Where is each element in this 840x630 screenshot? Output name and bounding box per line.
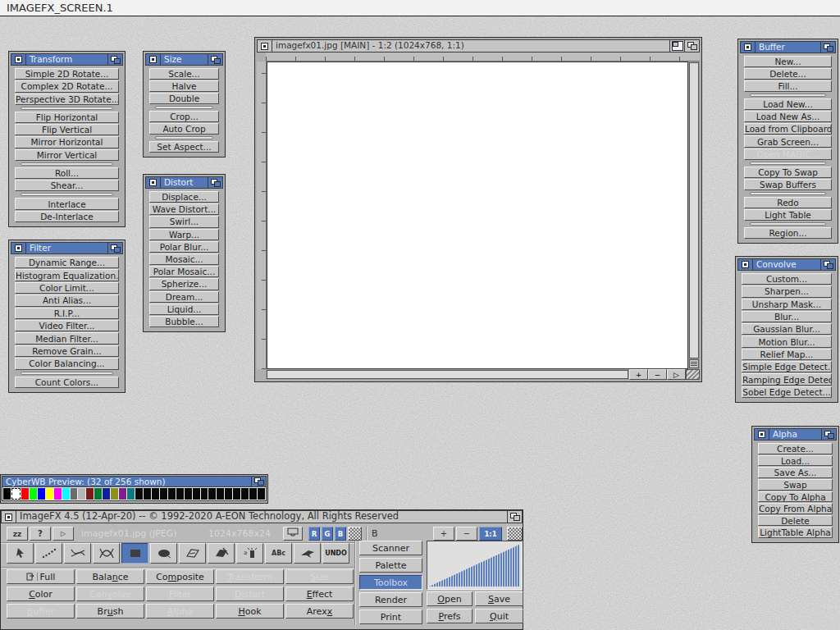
rip-button[interactable]: R.I.P... bbox=[15, 308, 119, 319]
palette-swatch[interactable] bbox=[152, 488, 159, 500]
count-colors-button[interactable]: Count Colors... bbox=[15, 377, 119, 388]
depth-icon[interactable] bbox=[507, 511, 522, 523]
color-limit-button[interactable]: Color Limit... bbox=[15, 282, 119, 294]
wave-distort-button[interactable]: Wave Distort... bbox=[149, 203, 219, 215]
dither-icon[interactable] bbox=[348, 527, 362, 541]
palette-swatch[interactable] bbox=[111, 488, 118, 500]
close-icon[interactable] bbox=[11, 243, 26, 253]
depth-icon[interactable] bbox=[821, 429, 836, 440]
depth-icon[interactable] bbox=[107, 54, 122, 65]
palette-swatch[interactable] bbox=[38, 488, 45, 500]
vertical-scroll-thumb[interactable] bbox=[689, 62, 699, 358]
motion-blur-button[interactable]: Motion Blur... bbox=[742, 336, 832, 347]
simple-2d-rotate-button[interactable]: Simple 2D Rotate... bbox=[15, 68, 119, 80]
depth-icon[interactable] bbox=[107, 243, 122, 253]
palette-swatch[interactable] bbox=[201, 488, 208, 500]
depth-icon[interactable] bbox=[208, 177, 222, 188]
light-table-button[interactable]: Light Table bbox=[744, 209, 832, 221]
color-balancing-button[interactable]: Color Balancing... bbox=[15, 358, 119, 369]
load-alpha-button[interactable]: Load... bbox=[758, 455, 833, 467]
palette-swatch[interactable] bbox=[21, 488, 29, 500]
ramping-edge-detect-button[interactable]: Ramping Edge Detect bbox=[742, 373, 832, 385]
sharpen-button[interactable]: Sharpen... bbox=[742, 285, 832, 297]
relief-map-button[interactable]: Relief Map... bbox=[742, 349, 832, 360]
close-icon[interactable] bbox=[146, 177, 161, 188]
depth-icon[interactable] bbox=[820, 42, 835, 52]
shear-button[interactable]: Shear... bbox=[15, 180, 119, 191]
pan-button[interactable]: ▷ bbox=[667, 369, 686, 380]
palette-swatch[interactable] bbox=[160, 488, 167, 500]
mirror-vertical-button[interactable]: Mirror Vertical bbox=[15, 149, 119, 161]
open-button[interactable]: Open bbox=[427, 591, 472, 606]
halve-button[interactable]: Halve bbox=[149, 80, 219, 92]
quit-button[interactable]: Quit bbox=[475, 609, 523, 623]
balance-button[interactable]: Balance bbox=[76, 569, 144, 584]
depth-icon[interactable] bbox=[208, 54, 222, 65]
iconify-button[interactable]: zz bbox=[7, 527, 28, 541]
zoom-in-button[interactable]: + bbox=[629, 369, 648, 380]
prefs-button[interactable]: Prefs bbox=[427, 609, 472, 623]
palette-swatch[interactable] bbox=[86, 488, 94, 500]
palette-titlebar[interactable]: CyberWB Preview: (32 of 256 shown) bbox=[2, 476, 267, 487]
horizontal-scrollbar[interactable] bbox=[266, 369, 629, 380]
create-alpha-button[interactable]: Create... bbox=[758, 443, 833, 454]
palette-swatch[interactable] bbox=[54, 488, 62, 500]
arexx-button[interactable]: Arexx bbox=[285, 604, 354, 619]
vertical-scrollbar[interactable] bbox=[688, 62, 700, 369]
delete-alpha-button[interactable]: Delete bbox=[758, 515, 833, 527]
palette-swatch[interactable] bbox=[78, 488, 85, 500]
effect-button[interactable]: Effect bbox=[285, 587, 354, 601]
palette-swatch[interactable] bbox=[94, 488, 102, 500]
palette-swatch[interactable] bbox=[217, 488, 224, 500]
copy-to-swap-button[interactable]: Copy To Swap bbox=[744, 167, 832, 178]
dynamic-range-button[interactable]: Dynamic Range... bbox=[15, 257, 119, 268]
dotted-freehand-tool-button[interactable] bbox=[35, 543, 62, 564]
composite-button[interactable]: Composite bbox=[146, 569, 214, 584]
palette-swatch[interactable] bbox=[258, 488, 265, 500]
swap-alpha-button[interactable]: Swap bbox=[758, 479, 833, 491]
flip-horizontal-button[interactable]: Flip Horizontal bbox=[15, 112, 119, 123]
palette-swatch[interactable] bbox=[208, 488, 216, 500]
de-interlace-button[interactable]: De-Interlace bbox=[15, 211, 119, 222]
play-button[interactable]: ▷ bbox=[52, 527, 74, 541]
copy-from-alpha-button[interactable]: Copy From Alpha bbox=[758, 503, 833, 514]
zoom-one-to-one-button[interactable]: 1:1 bbox=[479, 527, 502, 541]
hook-button[interactable]: Hook bbox=[216, 604, 284, 619]
mosaic-button[interactable]: Mosaic... bbox=[149, 253, 219, 265]
palette-swatch[interactable] bbox=[185, 488, 192, 500]
close-icon[interactable] bbox=[2, 511, 16, 523]
swirl-button[interactable]: Swirl... bbox=[149, 216, 219, 227]
palette-swatch[interactable] bbox=[241, 488, 249, 500]
liquid-button[interactable]: Liquid... bbox=[149, 304, 219, 315]
undo-button[interactable]: UNDO bbox=[322, 543, 349, 564]
palette-swatch[interactable] bbox=[62, 488, 70, 500]
palette-swatch[interactable] bbox=[71, 488, 78, 500]
simple-edge-detect-button[interactable]: Simple Edge Detect... bbox=[742, 361, 832, 372]
text-tool-button[interactable]: ABc bbox=[265, 543, 292, 564]
filled-polygon-tool-button[interactable] bbox=[208, 543, 235, 564]
polygon-tool-button[interactable] bbox=[179, 543, 206, 564]
video-filter-button[interactable]: Video Filter... bbox=[15, 320, 119, 331]
palette-swatch[interactable] bbox=[135, 488, 143, 500]
lighttable-alpha-button[interactable]: LightTable Alpha bbox=[758, 527, 833, 538]
toolbar-titlebar[interactable]: ImageFX 4.5 (12-Apr-20) -- © 1992-2020 A… bbox=[1, 510, 523, 523]
toolbox-button[interactable]: Toolbox bbox=[359, 575, 422, 590]
full-button[interactable]: Full bbox=[7, 569, 75, 584]
palette-swatch[interactable] bbox=[225, 488, 232, 500]
spherize-button[interactable]: Spherize... bbox=[149, 278, 219, 290]
warp-button[interactable]: Warp... bbox=[149, 229, 219, 240]
double-button[interactable]: Double bbox=[149, 93, 219, 104]
horizontal-scroll-thumb[interactable] bbox=[267, 370, 628, 379]
palette-swatch[interactable] bbox=[176, 488, 184, 500]
close-icon[interactable] bbox=[755, 429, 769, 440]
save-button[interactable]: Save bbox=[475, 591, 523, 606]
zoom-out-button[interactable]: − bbox=[648, 369, 667, 380]
palette-swatch[interactable] bbox=[103, 488, 110, 500]
median-filter-button[interactable]: Median Filter... bbox=[15, 332, 119, 344]
image-canvas[interactable] bbox=[267, 62, 688, 369]
load-from-clipboard-button[interactable]: Load from Clipboard bbox=[744, 123, 832, 135]
zoom-gadget-icon[interactable] bbox=[669, 40, 684, 52]
remove-grain-button[interactable]: Remove Grain... bbox=[15, 345, 119, 357]
sobel-edge-detect-button[interactable]: Sobel Edge Detect... bbox=[742, 386, 832, 398]
grid-toggle-button[interactable] bbox=[689, 359, 699, 368]
